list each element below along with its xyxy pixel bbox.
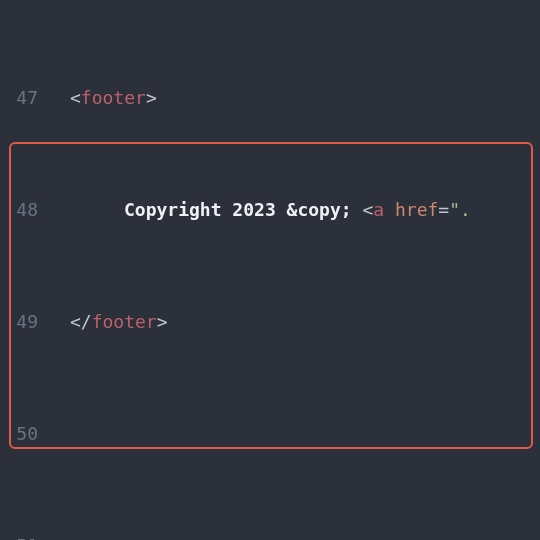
code-content: <footer> (52, 84, 157, 112)
line-number: 50 (0, 420, 52, 448)
line-number: 51 (0, 532, 52, 540)
line-number: 47 (0, 84, 52, 112)
highlight-box (9, 142, 533, 449)
code-content: Copyright 2023 &copy; <a href=". (52, 196, 471, 224)
code-line[interactable]: 50 (0, 420, 540, 448)
code-line[interactable]: 51 (0, 532, 540, 540)
line-number: 48 (0, 196, 52, 224)
code-line[interactable]: 49 </footer> (0, 308, 540, 336)
code-editor[interactable]: 47 <footer> 48 Copyright 2023 &copy; <a … (0, 0, 540, 540)
code-line[interactable]: 48 Copyright 2023 &copy; <a href=". (0, 196, 540, 224)
code-line[interactable]: 47 <footer> (0, 84, 540, 112)
code-content: </footer> (52, 308, 168, 336)
line-number: 49 (0, 308, 52, 336)
